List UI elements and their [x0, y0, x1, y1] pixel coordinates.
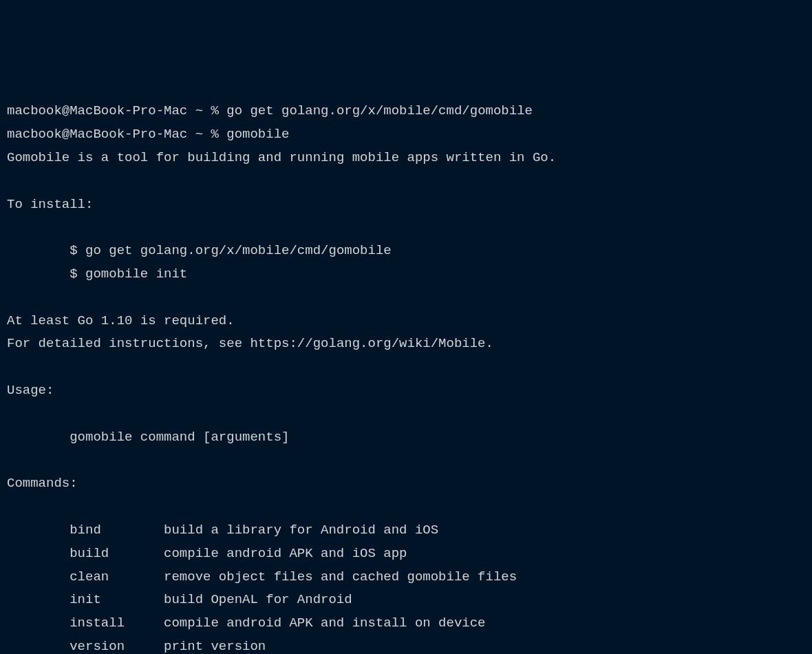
command-desc: compile android APK and install on devic… — [164, 615, 485, 631]
command-name: bind — [70, 519, 164, 542]
shell-prompt: macbook@MacBook-Pro-Mac ~ % — [7, 127, 226, 142]
install-command: $ gomobile init — [70, 266, 187, 282]
command-desc: compile android APK and iOS app — [164, 546, 407, 561]
command-name: version — [70, 635, 164, 654]
command-desc: remove object files and cached gomobile … — [164, 569, 517, 584]
command-desc: build a library for Android and iOS — [164, 523, 438, 538]
command-entered: go get golang.org/x/mobile/cmd/gomobile — [226, 103, 533, 118]
install-command: $ go get golang.org/x/mobile/cmd/gomobil… — [70, 243, 391, 258]
command-desc: print version — [164, 639, 266, 654]
command-name: init — [70, 589, 164, 612]
commands-header: Commands: — [7, 476, 78, 491]
command-entered: gomobile — [226, 127, 289, 142]
shell-prompt: macbook@MacBook-Pro-Mac ~ % — [7, 103, 226, 118]
command-name: clean — [70, 566, 164, 589]
command-desc: build OpenAL for Android — [164, 592, 352, 607]
usage-line: gomobile command [arguments] — [70, 430, 289, 445]
command-name: install — [70, 612, 164, 635]
command-name: build — [70, 542, 164, 566]
requirement-line: At least Go 1.10 is required. — [7, 313, 235, 328]
terminal-window[interactable]: macbook@MacBook-Pro-Mac ~ % go get golan… — [7, 100, 805, 654]
install-header: To install: — [7, 197, 93, 212]
instructions-line: For detailed instructions, see https://g… — [7, 336, 493, 351]
output-intro: Gomobile is a tool for building and runn… — [7, 150, 556, 165]
usage-header: Usage: — [7, 383, 54, 398]
